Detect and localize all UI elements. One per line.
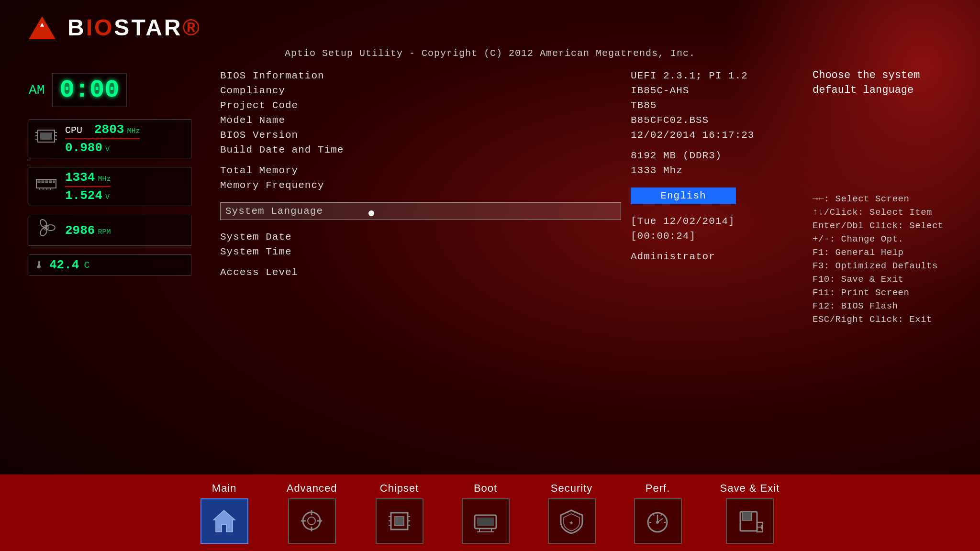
nav-boot-label: Boot	[474, 482, 497, 495]
fan-stat-block: 2986 RPM	[29, 215, 191, 246]
bios-project-row[interactable]: Project Code	[220, 98, 621, 113]
fan-vals: 2986 RPM	[65, 223, 111, 238]
val-totalmem: 8192 MB (DDR3)	[631, 148, 798, 163]
nav-main-icon-box	[200, 498, 248, 544]
cpu-vals: CPU 2803 MHz 0.980 V	[65, 122, 140, 155]
bios-sysdate-row[interactable]: System Date	[220, 230, 621, 244]
help-shortcuts: →←: Select Screen ↑↓/Click: Select Item …	[813, 194, 966, 325]
shortcut-enter: Enter/Dbl Click: Select	[813, 220, 966, 231]
val-systime-text: [00:00:24]	[631, 231, 696, 242]
nav-boot[interactable]: Boot	[443, 477, 529, 549]
cpu-v-unit: V	[105, 145, 110, 154]
nav-security-label: Security	[551, 482, 592, 495]
clock-row: AM 0:00	[29, 73, 201, 107]
content-wrapper: ▲ BIOSTAR® Aptio Setup Utility - Copyrig…	[0, 0, 980, 551]
bios-builddate-row[interactable]: Build Date and Time	[220, 143, 621, 157]
cpu-stat-block: CPU 2803 MHz 0.980 V	[29, 119, 191, 158]
chipset-icon	[386, 508, 412, 534]
advanced-icon	[299, 508, 325, 534]
bios-access-row[interactable]: Access Level	[220, 265, 621, 280]
nav-advanced-label: Advanced	[287, 482, 337, 495]
cpu-mhz-unit: MHz	[127, 127, 140, 135]
shortcut-esc: ESC/Right Click: Exit	[813, 314, 966, 325]
bios-project-key: Project Code	[220, 100, 354, 111]
clock-display: 0:00	[52, 73, 127, 107]
val-spacer4	[631, 243, 798, 249]
system-language-row[interactable]: System Language	[220, 202, 621, 220]
bios-memfreq-row[interactable]: Memory Frequency	[220, 178, 621, 193]
bios-builddate-key: Build Date and Time	[220, 144, 354, 155]
shortcut-f11: F11: Print Screen	[813, 287, 966, 298]
val-memfreq: 1333 Mhz	[631, 163, 798, 178]
nav-save-exit-label: Save & Exit	[720, 482, 780, 495]
temp-value: 42.4	[49, 258, 79, 272]
ram-mhz-unit: MHz	[98, 175, 111, 183]
nav-perf-icon-box	[634, 498, 682, 544]
val-sysdate: [Tue 12/02/2014]	[631, 214, 798, 229]
bios-sysdate-key: System Date	[220, 231, 354, 242]
cpu-label: CPU	[65, 125, 91, 136]
spacer1	[220, 157, 621, 163]
nav-chipset-label: Chipset	[380, 482, 419, 495]
spacer2	[220, 193, 621, 198]
center-panel: BIOS Information Compliancy Project Code…	[211, 68, 631, 514]
ram-icon	[34, 176, 58, 198]
svg-point-47	[656, 521, 659, 524]
nav-chipset[interactable]: Chipset	[356, 477, 443, 549]
val-builddate-text: 12/02/2014 16:17:23	[631, 130, 754, 141]
shortcut-select-item: ↑↓/Click: Select Item	[813, 207, 966, 218]
ram-mhz-value: 1334	[65, 170, 95, 185]
right-values-panel: UEFI 2.3.1; PI 1.2 IB85C-AHS TB85 B85CFC…	[631, 68, 798, 514]
ram-stat-block: 1334 MHz 1.524 V	[29, 167, 191, 206]
nav-advanced[interactable]: Advanced	[267, 477, 356, 549]
nav-perf-label: Perf.	[646, 482, 670, 495]
bios-compliancy-key: Compliancy	[220, 85, 354, 96]
svg-rect-11	[45, 181, 48, 183]
bios-systime-row[interactable]: System Time	[220, 244, 621, 259]
bios-version-key: BIOS Version	[220, 130, 354, 141]
system-language-key: System Language	[225, 206, 323, 217]
nav-save-exit[interactable]: Save & Exit	[701, 477, 799, 549]
nav-boot-icon-box	[462, 498, 510, 544]
shortcut-change: +/-: Change Opt.	[813, 234, 966, 244]
val-access: Administrator	[631, 249, 798, 264]
val-builddate: 12/02/2014 16:17:23	[631, 128, 798, 143]
svg-rect-1	[40, 132, 52, 140]
bios-access-key: Access Level	[220, 267, 354, 278]
nav-perf[interactable]: Perf.	[615, 477, 701, 549]
cpu-freq-line: CPU 2803 MHz	[65, 122, 140, 137]
copyright-text: Aptio Setup Utility - Copyright (C) 2012…	[0, 45, 980, 68]
language-selected-value: English	[631, 187, 736, 204]
left-panel: AM 0:00	[29, 68, 211, 514]
cpu-mhz-value: 2803	[94, 122, 124, 137]
fan-rpm-line: 2986 RPM	[65, 223, 111, 238]
help-title: Choose the system default language	[813, 68, 966, 98]
save-exit-icon	[736, 508, 763, 534]
language-value-container[interactable]: English	[631, 184, 798, 208]
val-systime: [00:00:24]	[631, 229, 798, 243]
header: ▲ BIOSTAR®	[0, 0, 980, 45]
bios-compliancy-row[interactable]: Compliancy	[220, 83, 621, 98]
shortcut-f10: F10: Save & Exit	[813, 274, 966, 285]
bios-model-key: Model Name	[220, 115, 354, 126]
val-project: IB85C-AHS	[631, 83, 798, 98]
nav-save-exit-icon-box	[726, 498, 774, 544]
nav-security-icon-box: ✦	[548, 498, 596, 544]
bios-version-row[interactable]: BIOS Version	[220, 128, 621, 143]
nav-chipset-icon-box	[376, 498, 423, 544]
ram-bar	[65, 186, 111, 187]
val-spacer3	[631, 208, 798, 214]
svg-rect-53	[742, 512, 752, 520]
nav-main[interactable]: Main	[181, 477, 267, 549]
bios-memfreq-key: Memory Frequency	[220, 180, 354, 191]
cpu-icon	[34, 128, 58, 150]
bios-totalmem-row[interactable]: Total Memory	[220, 163, 621, 178]
bios-systime-key: System Time	[220, 246, 354, 257]
val-spacer1	[631, 143, 798, 148]
main-layout: AM 0:00	[0, 68, 980, 514]
fan-rpm-unit: RPM	[98, 228, 111, 236]
svg-rect-12	[49, 181, 52, 183]
nav-security[interactable]: Security ✦	[529, 477, 615, 549]
bios-model-row[interactable]: Model Name	[220, 113, 621, 128]
shortcut-f3: F3: Optimized Defaults	[813, 261, 966, 271]
